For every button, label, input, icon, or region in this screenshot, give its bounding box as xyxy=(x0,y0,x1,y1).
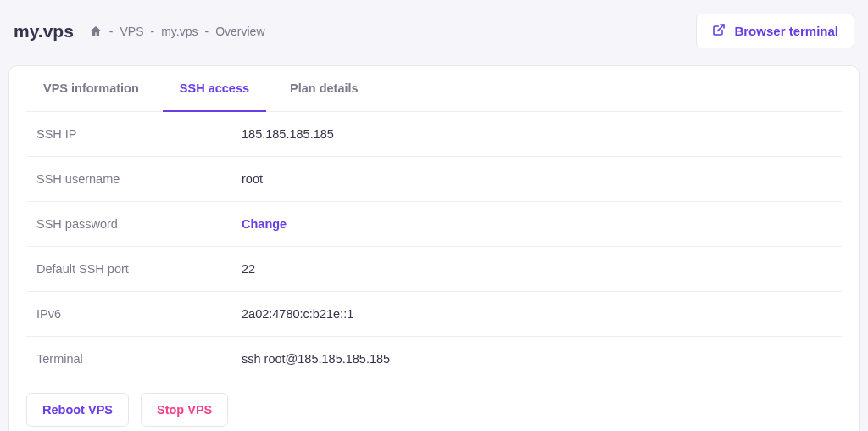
change-password-link[interactable]: Change xyxy=(242,217,287,231)
row-label: SSH username xyxy=(36,172,242,186)
row-label: SSH password xyxy=(36,217,242,231)
reboot-vps-button[interactable]: Reboot VPS xyxy=(26,393,129,427)
breadcrumb-item[interactable]: VPS xyxy=(120,25,144,38)
action-buttons: Reboot VPS Stop VPS xyxy=(26,381,842,427)
browser-terminal-label: Browser terminal xyxy=(734,24,838,38)
top-bar: my.vps - VPS - my.vps - Overview Browse xyxy=(8,0,860,65)
app-title: my.vps xyxy=(14,21,74,42)
row-value: 2a02:4780:c:b21e::1 xyxy=(242,307,353,321)
breadcrumb-item[interactable]: my.vps xyxy=(161,25,198,38)
home-icon[interactable] xyxy=(89,25,103,38)
stop-vps-button[interactable]: Stop VPS xyxy=(141,393,228,427)
topbar-left: my.vps - VPS - my.vps - Overview xyxy=(14,21,265,42)
tabs: VPS information SSH access Plan details xyxy=(26,66,842,111)
browser-terminal-button[interactable]: Browser terminal xyxy=(696,14,854,48)
row-ssh-username: SSH username root xyxy=(26,157,842,202)
row-label: SSH IP xyxy=(36,127,242,141)
breadcrumb-sep: - xyxy=(109,25,114,38)
row-value: 22 xyxy=(242,262,255,276)
tab-plan-details[interactable]: Plan details xyxy=(273,66,376,111)
row-terminal: Terminal ssh root@185.185.185.185 xyxy=(26,337,842,381)
external-link-icon xyxy=(712,23,726,39)
svg-line-0 xyxy=(718,25,724,31)
row-label: IPv6 xyxy=(36,307,242,321)
breadcrumb-sep: - xyxy=(205,25,209,38)
row-label: Default SSH port xyxy=(36,262,242,276)
breadcrumb-item[interactable]: Overview xyxy=(215,25,264,38)
breadcrumb-sep: - xyxy=(151,25,155,38)
row-ssh-password: SSH password Change xyxy=(26,202,842,247)
row-ssh-ip: SSH IP 185.185.185.185 xyxy=(26,112,842,157)
vps-card: VPS information SSH access Plan details … xyxy=(8,65,860,431)
row-value: 185.185.185.185 xyxy=(242,127,334,141)
row-value: ssh root@185.185.185.185 xyxy=(242,352,390,366)
tab-ssh-access[interactable]: SSH access xyxy=(163,66,266,112)
tab-vps-information[interactable]: VPS information xyxy=(26,66,156,111)
row-label: Terminal xyxy=(36,352,242,366)
ssh-details: SSH IP 185.185.185.185 SSH username root… xyxy=(26,111,842,381)
row-ipv6: IPv6 2a02:4780:c:b21e::1 xyxy=(26,292,842,337)
row-ssh-port: Default SSH port 22 xyxy=(26,247,842,292)
breadcrumb: - VPS - my.vps - Overview xyxy=(89,25,265,38)
row-value: root xyxy=(242,172,263,186)
